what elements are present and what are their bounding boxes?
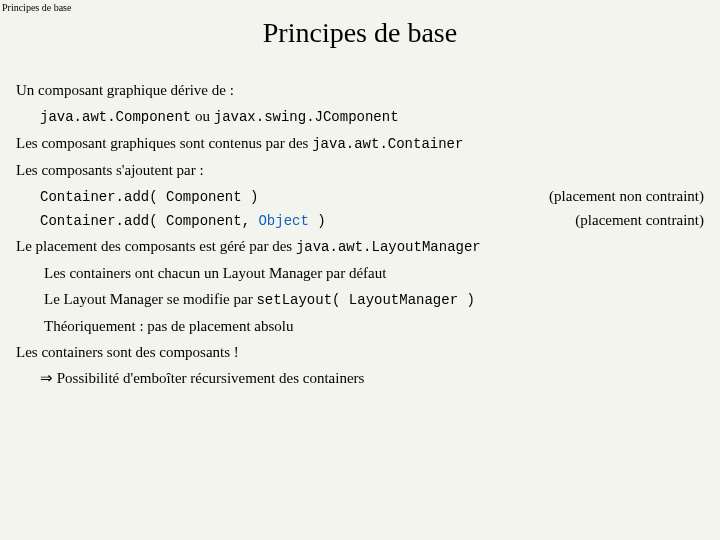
code-span: java.awt.Component (40, 109, 191, 125)
text-line: Les composant graphiques sont contenus p… (16, 132, 704, 156)
code-span: Container.add( Component ) (40, 187, 541, 209)
code-span: javax.swing.JComponent (214, 109, 399, 125)
text-span: Les composant graphiques sont contenus p… (16, 135, 312, 151)
text-line: Les composants s'ajoutent par : (16, 159, 704, 182)
code-span: java.awt.Container (312, 136, 463, 152)
code-span: setLayout( LayoutManager ) (256, 292, 474, 308)
text-line: ⇒ Possibilité d'emboîter récursivement d… (16, 367, 704, 390)
text-span: ou (191, 108, 214, 124)
slide-header: Principes de base (0, 0, 720, 13)
code-part: ) (309, 213, 326, 229)
text-line: Les containers ont chacun un Layout Mana… (16, 262, 704, 285)
text-line: Les containers sont des composants ! (16, 341, 704, 364)
page-title: Principes de base (0, 17, 720, 49)
text-span: Le Layout Manager se modifie par (44, 291, 256, 307)
code-row: Container.add( Component, Object ) (plac… (16, 209, 704, 233)
text-span: Le placement des composants est géré par… (16, 238, 296, 254)
text-line: Le placement des composants est géré par… (16, 235, 704, 259)
note-span: (placement non contraint) (541, 185, 704, 208)
slide-body: Un composant graphique dérive de : java.… (0, 79, 720, 391)
code-span: java.awt.LayoutManager (296, 239, 481, 255)
text-line: java.awt.Component ou javax.swing.JCompo… (16, 105, 704, 129)
text-line: Théoriquement : pas de placement absolu (16, 315, 704, 338)
note-span: (placement contraint) (567, 209, 704, 232)
code-span: Container.add( Component, Object ) (40, 211, 567, 233)
code-row: Container.add( Component ) (placement no… (16, 185, 704, 209)
code-object: Object (258, 213, 308, 229)
text-line: Un composant graphique dérive de : (16, 79, 704, 102)
code-part: Container.add( Component, (40, 213, 258, 229)
text-line: Le Layout Manager se modifie par setLayo… (16, 288, 704, 312)
